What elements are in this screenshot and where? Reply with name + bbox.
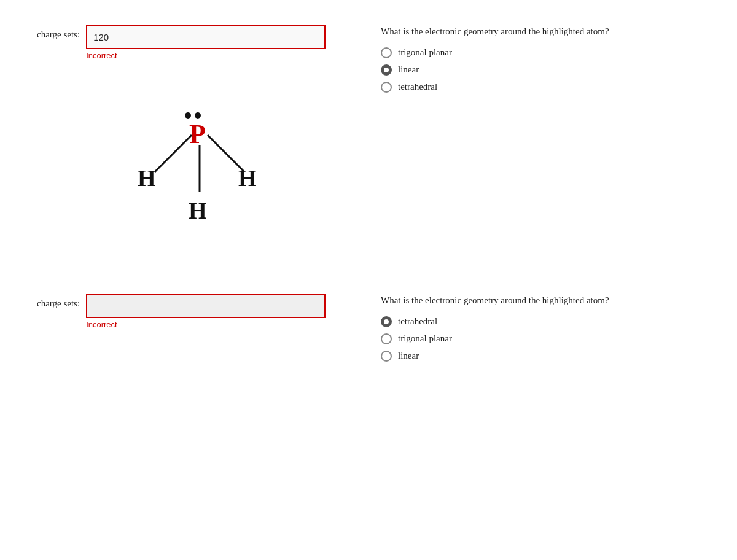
- charge-row-1: charge sets: Incorrect: [37, 25, 356, 60]
- svg-point-0: [185, 112, 191, 119]
- charge-label-1: charge sets:: [37, 25, 80, 40]
- option-2-trigonal[interactable]: trigonal planar: [381, 333, 700, 344]
- svg-text:H: H: [238, 165, 257, 191]
- option-1-trigonal[interactable]: trigonal planar: [381, 47, 700, 58]
- option-label-linear-1: linear: [398, 64, 419, 75]
- input-wrapper-2: Incorrect: [86, 294, 326, 329]
- question-text-2: What is the electronic geometry around t…: [381, 294, 700, 308]
- charge-row-2: charge sets: Incorrect: [37, 294, 356, 329]
- svg-text:H: H: [138, 165, 156, 191]
- option-1-tetrahedral[interactable]: tetrahedral: [381, 82, 700, 93]
- option-2-linear[interactable]: linear: [381, 351, 700, 362]
- svg-text:P: P: [189, 119, 206, 149]
- question-block-2: charge sets: Incorrect What is the elect…: [37, 294, 700, 368]
- option-label-trigonal-1: trigonal planar: [398, 47, 452, 58]
- option-label-tetrahedral-2: tetrahedral: [398, 316, 437, 327]
- charge-input-2[interactable]: [86, 294, 326, 318]
- question-block-1: charge sets: Incorrect P: [37, 25, 700, 269]
- molecule-svg-1: P H H H: [111, 79, 283, 251]
- svg-line-3: [155, 135, 192, 172]
- radio-tetrahedral-1[interactable]: [381, 82, 392, 93]
- question-text-1: What is the electronic geometry around t…: [381, 25, 700, 39]
- right-panel-1: What is the electronic geometry around t…: [381, 25, 700, 99]
- left-panel-2: charge sets: Incorrect: [37, 294, 381, 332]
- radio-tetrahedral-2[interactable]: [381, 316, 392, 327]
- input-wrapper-1: Incorrect: [86, 25, 326, 60]
- charge-label-2: charge sets:: [37, 294, 80, 309]
- svg-text:H: H: [189, 198, 207, 224]
- right-panel-2: What is the electronic geometry around t…: [381, 294, 700, 368]
- svg-point-1: [195, 112, 201, 119]
- page: charge sets: Incorrect P: [0, 0, 737, 560]
- option-1-linear[interactable]: linear: [381, 64, 700, 76]
- left-panel-1: charge sets: Incorrect P: [37, 25, 381, 269]
- radio-linear-1[interactable]: [381, 64, 392, 76]
- incorrect-label-1: Incorrect: [86, 51, 117, 60]
- options-list-1: trigonal planar linear tetrahedral: [381, 47, 700, 93]
- radio-trigonal-planar-1[interactable]: [381, 47, 392, 58]
- options-list-2: tetrahedral trigonal planar linear: [381, 316, 700, 362]
- radio-trigonal-2[interactable]: [381, 333, 392, 344]
- option-label-tetrahedral-1: tetrahedral: [398, 82, 437, 92]
- molecule-diagram-1: P H H H: [37, 79, 356, 251]
- option-2-tetrahedral[interactable]: tetrahedral: [381, 316, 700, 327]
- incorrect-label-2: Incorrect: [86, 320, 117, 329]
- option-label-trigonal-2: trigonal planar: [398, 333, 452, 344]
- option-label-linear-2: linear: [398, 351, 419, 361]
- radio-linear-2[interactable]: [381, 351, 392, 362]
- charge-input-1[interactable]: [86, 25, 326, 49]
